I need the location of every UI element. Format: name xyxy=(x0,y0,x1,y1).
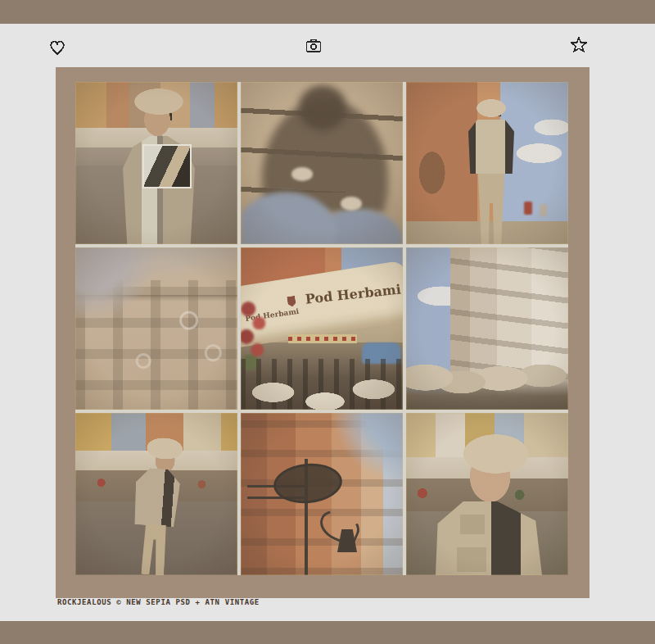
cafe-tables xyxy=(241,359,403,410)
photo-square-portrait xyxy=(406,413,568,575)
page: { "theme": { "page_bg": "#e6e5e5", "bar_… xyxy=(0,0,655,644)
zoom-inset-box xyxy=(142,144,192,188)
photo-baroque-facade xyxy=(75,247,237,410)
pedestrian-red-shirt xyxy=(524,202,532,215)
like-button[interactable] xyxy=(47,38,67,57)
top-border-bar xyxy=(0,0,655,24)
star-icon xyxy=(569,45,589,57)
sneaker-right xyxy=(341,197,362,211)
photo-frame: Pod Herbami Pod Herbami xyxy=(56,67,590,598)
favorite-button[interactable] xyxy=(569,35,589,55)
camera-button[interactable] xyxy=(304,36,323,56)
photo-square-stroll xyxy=(75,413,237,575)
person-figure xyxy=(123,436,192,575)
menu-banner xyxy=(288,334,357,343)
person-figure xyxy=(467,98,516,244)
umbrella-label-large: Pod Herbami xyxy=(305,281,402,306)
bottom-border-bar xyxy=(0,621,655,644)
pedestrian xyxy=(540,204,547,216)
camera-icon xyxy=(304,46,323,58)
photo-pod-herbami-cafe: Pod Herbami Pod Herbami xyxy=(241,247,403,410)
photo-street-walk xyxy=(406,82,568,244)
photo-iron-sign-street xyxy=(241,413,403,575)
jeans-legs xyxy=(241,175,403,244)
umbrella-row xyxy=(406,364,568,410)
photo-grid: Pod Herbami Pod Herbami xyxy=(75,82,568,575)
photo-townhouse-row xyxy=(406,247,568,410)
photo-square-portrait-inset xyxy=(75,82,237,244)
heart-icon xyxy=(47,48,67,60)
sneaker-left xyxy=(291,167,313,181)
photo-shadow-steps xyxy=(241,82,403,244)
credit-caption: ROCKJEALOUS © NEW SEPIA PSD + ATN VINTAG… xyxy=(57,598,260,606)
oval-shop-sign xyxy=(272,460,344,506)
crest-icon xyxy=(287,296,296,307)
person-figure xyxy=(434,429,549,575)
